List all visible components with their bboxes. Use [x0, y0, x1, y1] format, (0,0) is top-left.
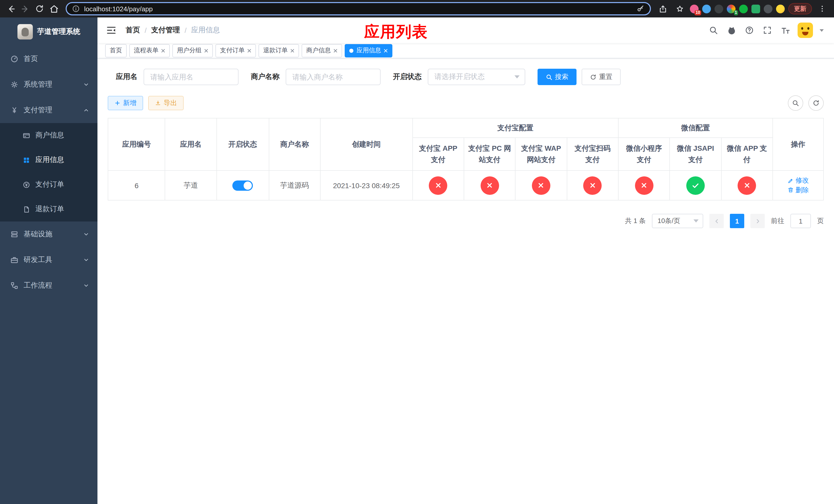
url-text[interactable]: localhost:1024/pay/app — [84, 5, 153, 13]
status-toggle[interactable] — [232, 180, 253, 190]
goto-page-input[interactable] — [790, 214, 811, 228]
group-header-alipay: 支付宝配置 — [412, 118, 618, 138]
alipay-pc-pay-status-icon — [480, 176, 499, 194]
sidebar-item-refund-order[interactable]: 退款订单 — [0, 197, 97, 222]
tab-close-icon[interactable] — [204, 48, 208, 52]
extension-icon-3[interactable] — [715, 4, 723, 13]
browser-forward-button[interactable] — [19, 2, 32, 15]
tab-label: 首页 — [110, 46, 122, 55]
help-button[interactable] — [744, 25, 755, 36]
extension-icon-7[interactable] — [764, 4, 772, 13]
sidebar-collapse-button[interactable] — [105, 24, 117, 37]
extension-icon-4[interactable]: 1 — [727, 4, 736, 13]
add-button[interactable]: 新增 — [108, 96, 143, 110]
bookmark-button[interactable] — [673, 2, 686, 15]
page-annotation: 应用列表 — [364, 22, 428, 43]
header-search-button[interactable] — [708, 25, 719, 36]
chevron-down-icon — [83, 82, 89, 88]
merchant-name-input[interactable] — [286, 69, 380, 85]
breadcrumb-payment[interactable]: 支付管理 — [151, 26, 180, 35]
delete-button[interactable]: 删除 — [787, 185, 809, 194]
extension-icon-6[interactable] — [751, 4, 760, 13]
extension-badge: 1 — [734, 10, 738, 15]
extension-icon-8[interactable] — [776, 4, 785, 13]
font-size-icon — [781, 25, 790, 35]
tab-home[interactable]: 首页 — [105, 44, 127, 57]
col-header-app-name: 应用名 — [165, 118, 217, 170]
tab-label: 退款订单 — [263, 46, 288, 55]
extension-icon-2[interactable] — [702, 4, 711, 13]
extension-icon-5[interactable] — [739, 4, 748, 13]
tab-refund-order[interactable]: 退款订单 — [259, 44, 299, 57]
col-header-wechat-app: 微信 APP 支付 — [721, 138, 773, 170]
cell-actions: 修改 删除 — [773, 170, 824, 200]
font-size-button[interactable] — [780, 25, 791, 36]
sidebar-item-app-info[interactable]: 应用信息 — [0, 148, 97, 172]
address-bar[interactable]: localhost:1024/pay/app — [66, 2, 651, 15]
navbar-right — [708, 23, 824, 38]
avatar-caret-icon[interactable] — [820, 29, 824, 31]
app-logo — [17, 24, 32, 40]
reload-icon — [35, 4, 44, 13]
site-info-icon[interactable] — [72, 5, 80, 13]
chrome-update-button[interactable]: 更新 — [788, 3, 812, 14]
sidebar-item-label: 研发工具 — [24, 255, 52, 265]
sidebar-logo-row[interactable]: 芋道管理系统 — [0, 18, 97, 46]
tab-process-form[interactable]: 流程表单 — [129, 44, 170, 57]
browser-menu-button[interactable] — [815, 2, 829, 15]
tab-close-icon[interactable] — [161, 48, 165, 52]
app-name-input[interactable] — [144, 69, 239, 85]
toolbox-icon — [10, 256, 19, 264]
chevron-down-icon — [83, 282, 89, 289]
search-button[interactable]: 搜索 — [537, 69, 576, 85]
credit-card-icon — [23, 132, 30, 139]
refresh-table-button[interactable] — [808, 95, 824, 111]
sidebar-item-label: 基础设施 — [24, 230, 52, 239]
prev-page-button[interactable] — [709, 214, 724, 228]
github-link[interactable] — [726, 25, 737, 36]
browser-home-button[interactable] — [47, 2, 61, 15]
sidebar-item-infrastructure[interactable]: 基础设施 — [0, 222, 97, 247]
status-select[interactable]: 请选择开启状态 — [428, 69, 525, 85]
sidebar-item-merchant-info[interactable]: 商户信息 — [0, 123, 97, 148]
export-button[interactable]: 导出 — [148, 96, 184, 110]
extension-icon-1[interactable]: 10 — [690, 4, 699, 13]
tab-close-icon[interactable] — [290, 48, 294, 52]
sidebar-item-home[interactable]: 首页 — [0, 46, 97, 72]
browser-back-button[interactable] — [4, 2, 18, 15]
tab-close-icon[interactable] — [333, 48, 337, 52]
goto-prefix: 前往 — [771, 216, 784, 226]
tab-merchant-info[interactable]: 商户信息 — [302, 44, 342, 57]
search-icon — [792, 99, 799, 107]
tab-close-icon[interactable] — [247, 48, 251, 52]
cell-merchant: 芋道源码 — [269, 170, 320, 200]
tab-pay-order[interactable]: 支付订单 — [215, 44, 256, 57]
password-key-icon[interactable] — [637, 5, 645, 13]
sidebar-item-system[interactable]: 系统管理 — [0, 72, 97, 97]
group-header-wechat: 微信配置 — [618, 118, 773, 138]
share-icon — [658, 4, 667, 13]
sidebar-item-pay-order[interactable]: 支付订单 — [0, 172, 97, 197]
user-avatar[interactable] — [797, 23, 813, 38]
wechat-jsapi-pay-status-icon — [686, 176, 705, 194]
breadcrumb-home[interactable]: 首页 — [126, 26, 140, 35]
col-header-merchant: 商户名称 — [269, 118, 320, 170]
sidebar-item-dev-tools[interactable]: 研发工具 — [0, 247, 97, 273]
sidebar-item-payment[interactable]: 支付管理 — [0, 97, 97, 123]
col-header-alipay-pc: 支付宝 PC 网站支付 — [464, 138, 515, 170]
toggle-search-button[interactable] — [788, 95, 803, 111]
reset-button[interactable]: 重置 — [581, 69, 621, 85]
share-button[interactable] — [656, 2, 670, 15]
tab-close-icon[interactable] — [384, 48, 388, 52]
page-size-select[interactable]: 10条/页 — [652, 214, 703, 228]
page-1-button[interactable]: 1 — [730, 214, 744, 228]
edit-button[interactable]: 修改 — [787, 176, 809, 185]
forward-arrow-icon — [20, 4, 30, 14]
app-table: 应用编号 应用名 开启状态 商户名称 创建时间 支付宝配置 微信配置 操作 支付… — [108, 118, 824, 201]
sidebar-item-workflow[interactable]: 工作流程 — [0, 273, 97, 298]
browser-reload-button[interactable] — [33, 2, 46, 15]
tab-user-group[interactable]: 用户分组 — [172, 44, 213, 57]
fullscreen-button[interactable] — [762, 25, 773, 36]
next-page-button[interactable] — [750, 214, 765, 228]
tab-app-info[interactable]: 应用信息 — [345, 44, 392, 57]
